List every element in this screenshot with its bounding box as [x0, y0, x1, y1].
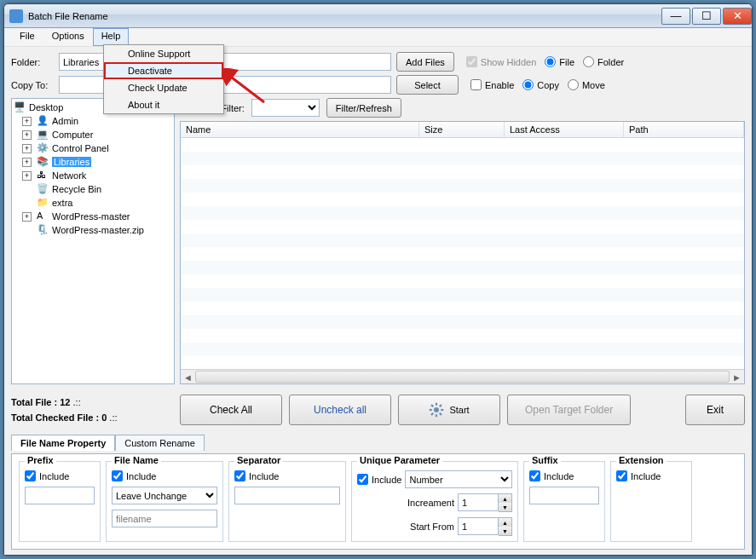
add-files-button[interactable]: Add Files [396, 52, 454, 72]
network-icon: 🖧 [37, 170, 50, 182]
svg-line-5 [431, 405, 433, 406]
tab-custom-rename[interactable]: Custom Rename [115, 435, 205, 451]
expand-icon[interactable]: + [22, 130, 32, 140]
total-checked: Total Checked File : 0 .:: [11, 412, 175, 423]
unique-include[interactable]: Include [357, 474, 401, 485]
scroll-left-icon[interactable]: ◄ [181, 370, 195, 384]
col-path[interactable]: Path [624, 122, 744, 137]
tree-item[interactable]: +👤Admin [14, 114, 172, 128]
expand-icon[interactable]: + [22, 158, 32, 167]
titlebar[interactable]: Batch File Rename — ☐ ✕ [4, 4, 752, 28]
show-hidden-checkbox[interactable]: Show Hidden [466, 56, 536, 67]
scroll-thumb[interactable] [195, 371, 730, 383]
svg-line-6 [440, 413, 441, 415]
close-icon: ✕ [733, 10, 742, 21]
menu-item-deactivate[interactable]: Deactivate [104, 62, 223, 79]
separator-include[interactable]: Include [234, 470, 340, 481]
tree-item-label: Computer [52, 130, 93, 140]
group-separator: Separator Include [228, 461, 346, 542]
col-last-access[interactable]: Last Access [505, 122, 624, 137]
window-title: Batch File Rename [28, 11, 108, 21]
extension-include[interactable]: Include [616, 470, 686, 481]
expand-icon[interactable]: + [22, 144, 32, 153]
svg-point-0 [434, 407, 439, 412]
col-name[interactable]: Name [181, 122, 419, 137]
menu-file[interactable]: File [11, 28, 43, 46]
tree-item[interactable]: +🖧Network [14, 169, 172, 182]
svg-line-8 [440, 405, 441, 406]
minimize-icon: — [671, 10, 682, 21]
scroll-right-icon[interactable]: ► [730, 370, 744, 384]
menu-options[interactable]: Options [43, 28, 93, 46]
select-button[interactable]: Select [396, 75, 459, 95]
exit-button[interactable]: Exit [685, 395, 745, 425]
menu-item-online-support[interactable]: Online Support [104, 45, 223, 62]
folder-tree[interactable]: 🖥️ Desktop +👤Admin+💻Computer+⚙️Control P… [11, 98, 175, 384]
expand-icon[interactable]: + [22, 117, 32, 126]
filter-select[interactable] [251, 99, 320, 117]
prefix-include[interactable]: Include [25, 470, 95, 481]
type-folder-radio[interactable]: Folder [583, 56, 624, 67]
mode-move-radio[interactable]: Move [568, 79, 605, 90]
start-spin[interactable]: ▲▼ [458, 517, 512, 536]
svg-line-7 [431, 413, 433, 415]
suffix-input[interactable] [529, 487, 599, 504]
tree-item[interactable]: 🗑️Recycle Bin [14, 182, 172, 196]
expand-icon[interactable]: + [22, 212, 32, 222]
filename-mode-select[interactable]: Leave Unchange [112, 487, 217, 504]
menu-item-check-update[interactable]: Check Update [104, 79, 223, 96]
close-button[interactable]: ✕ [723, 8, 752, 25]
tree-item[interactable]: 📁extra [14, 196, 172, 210]
expand-icon[interactable]: + [22, 171, 32, 181]
file-grid[interactable]: Name Size Last Access Path ◄ ► [180, 121, 745, 384]
tab-file-name-property[interactable]: File Name Property [11, 435, 115, 451]
tree-item[interactable]: +📚Libraries [14, 155, 172, 169]
group-prefix: Prefix Include [19, 461, 101, 542]
unique-type-select[interactable]: Number [405, 470, 512, 488]
filename-include[interactable]: Include [112, 470, 217, 481]
desktop-icon: 🖥️ [14, 101, 27, 113]
A-icon: A [37, 210, 50, 222]
type-file-radio[interactable]: File [545, 56, 574, 67]
check-all-button[interactable]: Check All [180, 395, 282, 425]
spin-up-icon[interactable]: ▲ [499, 494, 511, 503]
col-size[interactable]: Size [419, 122, 505, 137]
maximize-icon: ☐ [701, 10, 712, 21]
grid-header: Name Size Last Access Path [181, 122, 744, 138]
tree-item-label: WordPress-master.zip [52, 225, 144, 235]
increment-spin[interactable]: ▲▼ [458, 493, 512, 512]
mode-copy-radio[interactable]: Copy [522, 79, 559, 90]
grid-body[interactable] [181, 138, 744, 369]
enable-checkbox[interactable]: Enable [470, 79, 514, 90]
spin-up-icon[interactable]: ▲ [499, 518, 511, 527]
uncheck-all-button[interactable]: Uncheck all [289, 395, 391, 425]
group-extension: Extension Include [610, 461, 692, 542]
open-target-button[interactable]: Open Target Folder [507, 395, 631, 425]
suffix-include[interactable]: Include [529, 470, 599, 481]
filter-refresh-button[interactable]: Filter/Refresh [326, 98, 401, 118]
recycle-icon: 🗑️ [37, 183, 50, 195]
spin-down-icon[interactable]: ▼ [499, 527, 511, 535]
menu-help[interactable]: Help [93, 28, 130, 46]
gear-icon [429, 402, 444, 418]
spin-down-icon[interactable]: ▼ [499, 503, 511, 511]
start-button[interactable]: Start [398, 395, 500, 425]
group-unique: Unique Parameter Include Number Increame… [351, 461, 518, 542]
minimize-button[interactable]: — [661, 8, 690, 25]
menu-item-about[interactable]: About it [104, 96, 223, 113]
app-icon [9, 9, 23, 23]
folder-label: Folder: [11, 57, 54, 67]
prefix-input[interactable] [25, 487, 95, 504]
tree-item[interactable]: +AWordPress-master [14, 210, 172, 223]
user-icon: 👤 [37, 115, 50, 127]
tree-item-label: Admin [52, 116, 78, 126]
folder-icon: 📁 [37, 197, 50, 209]
cpanel-icon: ⚙️ [37, 142, 50, 154]
tree-item[interactable]: 🗜️WordPress-master.zip [14, 223, 172, 237]
filename-input [112, 510, 217, 527]
tree-item[interactable]: +⚙️Control Panel [14, 141, 172, 155]
separator-input[interactable] [234, 487, 340, 504]
grid-hscroll[interactable]: ◄ ► [181, 369, 744, 383]
tree-item[interactable]: +💻Computer [14, 128, 172, 141]
maximize-button[interactable]: ☐ [692, 8, 721, 25]
